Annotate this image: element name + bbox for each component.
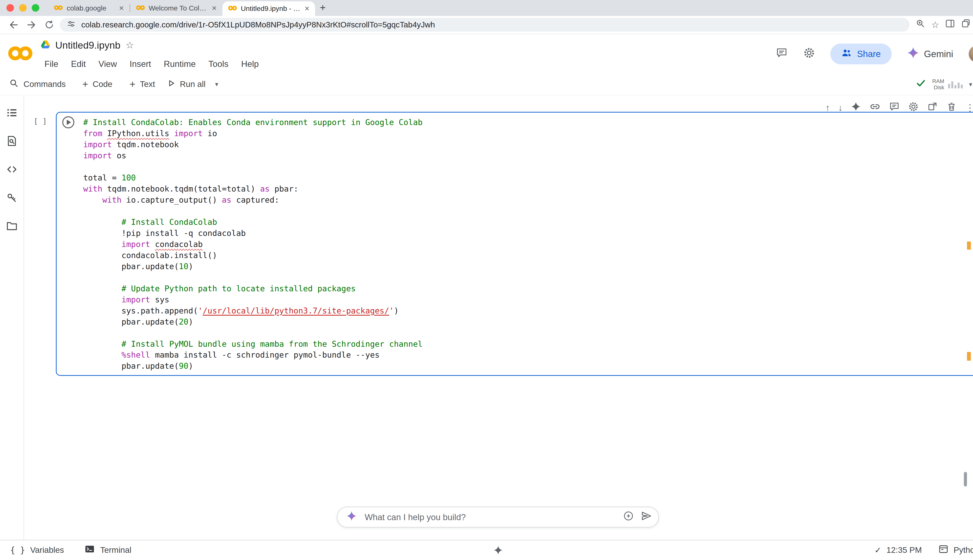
- warning-marker: [967, 352, 971, 361]
- comments-icon[interactable]: [776, 47, 788, 61]
- runtime-menu-caret-icon[interactable]: ▾: [969, 81, 972, 88]
- url-bar[interactable]: colab.research.google.com/drive/1r-O5fX1…: [60, 18, 909, 32]
- add-text-button[interactable]: + Text: [130, 79, 155, 89]
- window-controls: [0, 0, 48, 16]
- last-run-time: 12:35 PM: [886, 545, 922, 555]
- close-window-button[interactable]: [7, 4, 14, 12]
- browser-tab-1[interactable]: colab.google ×: [48, 1, 130, 16]
- code-snippets-icon[interactable]: [6, 163, 18, 178]
- browser-tab-strip: colab.google × Welcome To Colab - Colab …: [0, 0, 973, 16]
- gemini-spark-indicator[interactable]: [493, 545, 503, 555]
- close-tab-icon[interactable]: ×: [212, 4, 217, 12]
- zoom-window-button[interactable]: [32, 4, 39, 12]
- find-replace-icon[interactable]: [6, 135, 18, 149]
- usage-gauge-icon: [948, 78, 963, 92]
- account-avatar[interactable]: [968, 45, 973, 63]
- run-cell-button[interactable]: [62, 116, 74, 128]
- cell-toolbar: ↑ ↓ ⋮: [826, 101, 973, 115]
- status-right: ✓ 12:35 PM Python 3: [874, 544, 973, 556]
- code-line: %shell mamba install -c schrodinger pymo…: [83, 349, 423, 360]
- cell-scrollbar-thumb[interactable]: [964, 472, 967, 487]
- code-line: pbar.update(90): [83, 360, 423, 372]
- run-menu-caret-icon[interactable]: ▾: [215, 80, 218, 88]
- menu-tools[interactable]: Tools: [206, 58, 230, 70]
- play-icon: [67, 120, 71, 125]
- menu-insert[interactable]: Insert: [128, 58, 153, 70]
- code-line: [83, 205, 423, 217]
- terminal-icon: [84, 544, 95, 557]
- copy-link-icon[interactable]: [869, 101, 881, 115]
- address-bar-actions: ☆: [915, 18, 973, 31]
- code-line: condacolab.install(): [83, 250, 423, 261]
- menu-help[interactable]: Help: [239, 58, 261, 70]
- colab-window: colab.google × Welcome To Colab - Colab …: [0, 0, 973, 560]
- commands-label: Commands: [23, 80, 66, 89]
- forward-icon[interactable]: [24, 18, 39, 32]
- drive-icon[interactable]: [41, 39, 50, 51]
- gemini-cell-icon[interactable]: [851, 102, 861, 114]
- plus-icon: +: [82, 79, 89, 89]
- cell-settings-icon[interactable]: [908, 101, 919, 115]
- code-line: with tqdm.notebook.tqdm(total=total) as …: [83, 183, 423, 195]
- search-icon: [9, 78, 19, 90]
- colab-favicon: [136, 4, 145, 12]
- minimize-window-button[interactable]: [19, 4, 27, 12]
- favorite-star-icon[interactable]: ☆: [125, 40, 134, 50]
- secrets-key-icon[interactable]: [6, 192, 18, 206]
- back-icon[interactable]: [7, 18, 21, 32]
- menu-view[interactable]: View: [97, 58, 119, 70]
- menu-runtime[interactable]: Runtime: [162, 58, 198, 70]
- menu-edit[interactable]: Edit: [69, 58, 88, 70]
- code-line: sys.path.append('/usr/local/lib/python3.…: [83, 305, 423, 317]
- bookmark-star-icon[interactable]: ☆: [931, 20, 939, 29]
- run-icon: [167, 79, 176, 89]
- gemini-button[interactable]: Gemini: [907, 47, 953, 61]
- close-tab-icon[interactable]: ×: [119, 4, 124, 12]
- notebook-title[interactable]: Untitled9.ipynb: [55, 40, 120, 51]
- status-bar: { } Variables Terminal ✓ 12:35 PM Python…: [0, 540, 973, 560]
- table-of-contents-icon[interactable]: [6, 107, 18, 121]
- close-tab-icon[interactable]: ×: [304, 5, 309, 13]
- colab-favicon: [228, 5, 237, 13]
- files-folder-icon[interactable]: [6, 220, 18, 235]
- browser-tab-2[interactable]: Welcome To Colab - Colab ×: [130, 1, 222, 16]
- terminal-label: Terminal: [100, 545, 131, 555]
- tab-title: colab.google: [67, 4, 115, 12]
- add-code-button[interactable]: + Code: [82, 79, 112, 89]
- mirror-cell-icon[interactable]: [927, 101, 938, 115]
- menu-file[interactable]: File: [43, 58, 60, 70]
- move-cell-up-icon[interactable]: ↑: [826, 103, 830, 112]
- code-line: # Install PyMOL bundle using mamba from …: [83, 338, 423, 350]
- send-icon[interactable]: [640, 510, 652, 524]
- code-editor[interactable]: # Install CondaColab: Enables Conda envi…: [83, 117, 423, 372]
- new-tab-button[interactable]: +: [315, 0, 330, 15]
- side-panel-icon[interactable]: [945, 18, 955, 31]
- browser-tab-active[interactable]: Untitled9.ipynb - Colab ×: [222, 2, 315, 16]
- delete-cell-icon[interactable]: [946, 101, 957, 115]
- left-sidebar: [0, 95, 24, 540]
- code-line: !pip install -q condacolab: [83, 228, 423, 239]
- resource-monitor[interactable]: RAM Disk: [932, 78, 963, 92]
- code-line: # Install CondaColab: Enables Conda envi…: [83, 117, 423, 128]
- code-line: total = 100: [83, 172, 423, 183]
- add-context-icon[interactable]: [623, 510, 634, 524]
- add-comment-icon[interactable]: [889, 101, 900, 115]
- code-line: pbar.update(20): [83, 317, 423, 327]
- gemini-input[interactable]: [363, 512, 616, 523]
- share-button[interactable]: Share: [830, 43, 892, 65]
- colab-logo[interactable]: [8, 45, 33, 64]
- gemini-sparkle-icon: [907, 47, 920, 61]
- kernel-selector[interactable]: Python 3: [938, 544, 973, 556]
- terminal-button[interactable]: Terminal: [84, 544, 131, 557]
- warning-marker: [967, 242, 971, 250]
- commands-button[interactable]: Commands: [9, 78, 66, 90]
- settings-gear-icon[interactable]: [803, 47, 815, 61]
- variables-button[interactable]: { } Variables: [10, 545, 64, 555]
- more-cell-actions-icon[interactable]: ⋮: [965, 103, 973, 113]
- run-all-button[interactable]: Run all ▾: [167, 79, 218, 89]
- extensions-icon[interactable]: [961, 18, 971, 31]
- move-cell-down-icon[interactable]: ↓: [838, 103, 843, 112]
- refresh-icon[interactable]: [42, 18, 57, 32]
- zoom-icon[interactable]: [915, 18, 926, 31]
- site-info-icon[interactable]: [67, 19, 76, 30]
